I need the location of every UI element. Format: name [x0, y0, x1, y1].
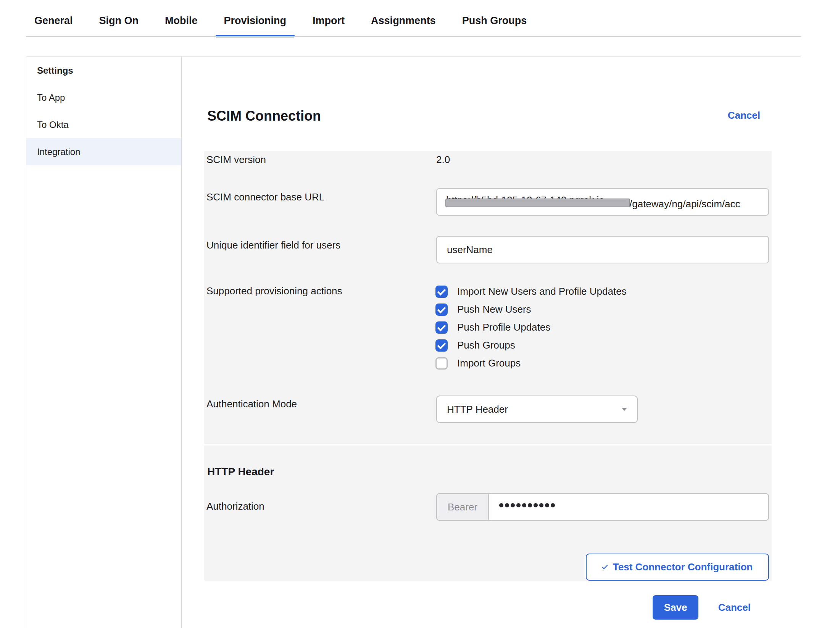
password-dot: [539, 503, 543, 507]
password-dot: [545, 503, 549, 507]
checkbox-label: Push Profile Updates: [457, 321, 550, 333]
checkbox-label: Import New Users and Profile Updates: [457, 286, 627, 297]
auth-mode-select[interactable]: HTTP Header: [436, 396, 638, 423]
tab-provisioning[interactable]: Provisioning: [216, 0, 295, 37]
settings-sidebar: Settings To App To Okta Integration: [26, 57, 182, 628]
actions-label: Supported provisioning actions: [206, 285, 342, 297]
tab-assignments[interactable]: Assignments: [363, 0, 444, 37]
cancel-link-top[interactable]: Cancel: [717, 110, 760, 121]
checkbox-row: Import New Users and Profile Updates: [435, 282, 627, 301]
password-dot: [505, 503, 509, 507]
unique-id-label: Unique identifier field for users: [206, 239, 340, 251]
checkbox-label: Push Groups: [457, 339, 515, 351]
cancel-link-bottom[interactable]: Cancel: [708, 602, 751, 613]
unique-id-input[interactable]: userName: [436, 236, 769, 263]
test-connector-button[interactable]: Test Connector Configuration: [586, 554, 769, 581]
password-dot: [528, 503, 532, 507]
authorization-token-input[interactable]: [489, 494, 556, 516]
checkbox-push-groups[interactable]: [435, 339, 448, 352]
check-icon: [602, 563, 608, 569]
scim-version-value: 2.0: [436, 154, 450, 166]
http-header-section-title: HTTP Header: [207, 466, 274, 478]
checkbox-row: Push Groups: [435, 336, 515, 355]
authorization-prefix: Bearer: [437, 494, 489, 520]
chevron-down-icon: [622, 408, 627, 411]
tabbar-divider: [26, 36, 801, 37]
checkbox-import-groups[interactable]: [435, 357, 448, 370]
auth-mode-value: HTTP Header: [447, 404, 622, 415]
auth-mode-label: Authentication Mode: [206, 398, 297, 410]
sidebar-item-to-app[interactable]: To App: [26, 84, 181, 111]
password-dot: [511, 503, 515, 507]
save-button[interactable]: Save: [653, 595, 698, 620]
sidebar-item-to-okta[interactable]: To Okta: [26, 111, 181, 138]
checkbox-import-new-users[interactable]: [435, 286, 448, 298]
tab-import[interactable]: Import: [304, 0, 353, 37]
base-url-label: SCIM connector base URL: [206, 191, 324, 203]
checkbox-label: Import Groups: [457, 357, 521, 369]
password-dot: [516, 503, 521, 507]
checkbox-push-new-users[interactable]: [435, 304, 448, 316]
test-connector-label: Test Connector Configuration: [613, 561, 753, 573]
checkbox-push-profile-updates[interactable]: [435, 321, 448, 334]
tab-push-groups[interactable]: Push Groups: [454, 0, 535, 37]
sidebar-header-settings: Settings: [26, 57, 181, 84]
page-title: SCIM Connection: [207, 108, 321, 124]
tab-mobile[interactable]: Mobile: [156, 0, 206, 37]
checkbox-row: Push New Users: [435, 300, 531, 319]
redaction-bar: [445, 199, 630, 207]
tab-general[interactable]: General: [26, 0, 81, 37]
password-dot: [534, 503, 538, 507]
password-dot: [551, 503, 555, 507]
checkbox-row: Import Groups: [435, 354, 521, 373]
unique-id-value: userName: [447, 244, 493, 256]
tab-sign-on[interactable]: Sign On: [91, 0, 147, 37]
password-dot: [499, 503, 503, 507]
base-url-input[interactable]: https://b5bd-125-12-67-142.ngrok.io/gate…: [436, 188, 769, 216]
authorization-label: Authorization: [206, 500, 264, 512]
authorization-input-group: Bearer: [436, 493, 769, 521]
password-dot: [522, 503, 526, 507]
checkbox-row: Push Profile Updates: [435, 318, 550, 337]
app-tabs: General Sign On Mobile Provisioning Impo…: [26, 0, 535, 37]
scim-version-label: SCIM version: [206, 154, 266, 166]
sidebar-item-integration[interactable]: Integration: [26, 138, 181, 165]
checkbox-label: Push New Users: [457, 304, 531, 315]
